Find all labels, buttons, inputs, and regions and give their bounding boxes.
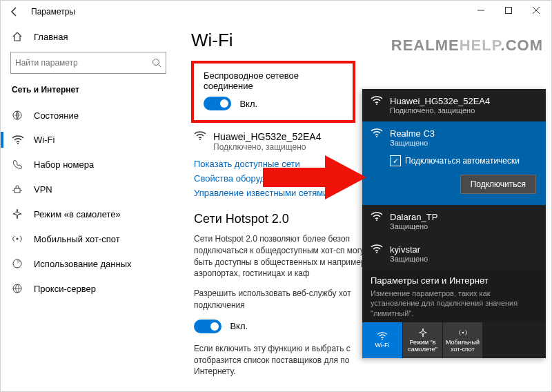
window-title: Параметры [31,7,75,17]
hotspot-desc: Сети Hotspot 2.0 позволяют более безоп п… [194,233,373,280]
checkbox-icon: ✓ [390,155,401,166]
maximize-button[interactable] [497,2,520,19]
nav-label: Использование данных [34,259,132,269]
quick-label: Мобильный хот-спот [443,339,482,353]
wifi-icon [371,244,383,263]
network-item-selected[interactable]: Realme C3 Защищено ✓ Подключаться автома… [362,121,546,205]
dialup-icon [12,159,24,170]
net-name: Dalaran_TP [390,212,437,222]
svg-line-3 [159,65,161,68]
nav-label: Набор номера [34,159,94,170]
footer-title: Параметры сети и Интернет [371,275,538,286]
hotspot-allow-label: Разрешить использовать веб-службу хот по… [194,288,373,311]
wifi-icon [194,131,206,141]
connect-button[interactable]: Подключиться [460,175,536,194]
svg-point-12 [376,104,377,105]
annotation-arrow [263,155,366,199]
hotspot-icon [12,233,24,244]
net-status: Подключено, защищено [390,106,490,115]
svg-point-14 [376,219,377,221]
section-title: Сеть и Интернет [1,84,175,103]
network-item[interactable]: Huawei_HG532e_52EA4 Подключено, защищено [362,89,546,121]
quick-label: Wi-Fi [375,342,390,349]
wireless-toggle[interactable] [204,97,231,110]
home-icon [12,31,24,42]
svg-point-15 [376,252,377,253]
quick-airplane[interactable]: Режим "в самолете" [402,322,442,358]
footer-sub: Изменение параметров, таких как установл… [371,288,538,318]
svg-point-10 [199,139,201,140]
proxy-icon [12,283,24,294]
hotspot-desc2: Если включить эту функцию и выбрать с от… [194,343,373,378]
svg-point-16 [382,338,383,340]
svg-point-2 [153,59,159,66]
minimize-button[interactable] [470,2,492,19]
nav-label: Режим «в самолете» [34,209,121,219]
nav-hotspot[interactable]: Мобильный хот-спот [1,226,175,251]
search-box[interactable] [10,52,166,74]
close-button[interactable] [525,2,547,19]
svg-point-7 [17,238,19,240]
quick-wifi[interactable]: Wi-Fi [362,322,402,358]
nav-vpn[interactable]: VPN [1,177,175,202]
svg-point-17 [462,332,464,334]
data-icon [12,258,24,269]
nav-label: Состояние [34,110,79,121]
svg-point-5 [17,143,19,144]
flyout-footer[interactable]: Параметры сети и Интернет Изменение пара… [362,270,546,322]
quick-hotspot[interactable]: Мобильный хот-спот [442,322,482,358]
vpn-icon [12,184,24,195]
watermark: REALMEHELP.COM [391,37,543,55]
net-status: Защищено [390,139,435,147]
wireless-label: Беспроводное сетевое соединение [204,70,343,91]
wifi-icon [371,128,383,147]
toggle-state-2: Вкл. [230,321,248,331]
svg-point-13 [376,136,377,137]
airplane-icon [12,208,24,219]
home-label: Главная [34,32,68,42]
nav-datausage[interactable]: Использование данных [1,251,175,276]
auto-connect-checkbox[interactable]: ✓ Подключаться автоматически [390,155,538,166]
net-name: Huawei_HG532e_52EA4 [390,96,490,106]
auto-connect-label: Подключаться автоматически [405,156,520,166]
status-icon [12,110,24,121]
net-name: kyivstar [390,244,428,255]
nav-label: Мобильный хот-спот [34,234,120,244]
search-icon [152,58,161,68]
nav-airplane[interactable]: Режим «в самолете» [1,202,175,226]
search-input[interactable] [15,58,152,68]
network-item[interactable]: Dalaran_TP Защищено [362,205,546,237]
wifi-icon [12,135,24,145]
wifi-icon [371,96,383,115]
nav-proxy[interactable]: Прокси-сервер [1,276,175,301]
back-button[interactable] [6,3,23,20]
network-flyout: Huawei_HG532e_52EA4 Подключено, защищено… [362,89,546,358]
connected-name: Huawei_HG532e_52EA4 [213,131,321,142]
quick-label: Режим "в самолете" [403,339,442,353]
wireless-highlight-box: Беспроводное сетевое соединение Вкл. [191,61,355,123]
nav-label: VPN [34,184,52,195]
toggle-state: Вкл. [239,99,257,109]
connected-status: Подключено, защищено [213,142,321,152]
sidebar: Главная Сеть и Интернет Состояние Wi-Fi … [1,23,175,391]
net-name: Realme C3 [390,128,435,139]
nav-label: Прокси-сервер [34,284,96,294]
svg-marker-11 [263,155,366,199]
net-status: Защищено [390,255,428,263]
hotspot-toggle[interactable] [194,320,221,333]
nav-status[interactable]: Состояние [1,103,175,128]
svg-rect-1 [506,8,512,14]
wifi-icon [371,212,383,231]
nav-dialup[interactable]: Набор номера [1,152,175,177]
network-item[interactable]: kyivstar Защищено [362,237,546,270]
nav-label: Wi-Fi [34,135,55,145]
home-link[interactable]: Главная [1,26,175,48]
net-status: Защищено [390,222,437,231]
nav-wifi[interactable]: Wi-Fi [1,128,175,152]
svg-rect-6 [14,188,20,193]
